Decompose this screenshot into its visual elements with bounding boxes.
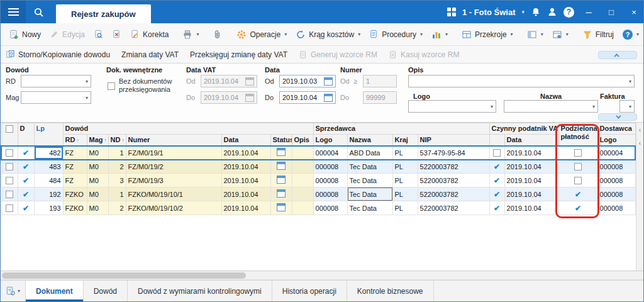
- close-button[interactable]: ×: [626, 1, 642, 23]
- col-header-kraj[interactable]: Kraj: [392, 135, 418, 146]
- cell-data[interactable]: 2019.10.04: [221, 174, 270, 187]
- cell-logo[interactable]: 000008: [313, 187, 347, 201]
- generate-rm-button[interactable]: Generuj wzorce RM: [299, 50, 377, 59]
- cell-data[interactable]: 2019.10.04: [221, 187, 270, 201]
- col-header-opis[interactable]: Opis: [292, 135, 313, 146]
- col-header-d[interactable]: D: [18, 123, 34, 146]
- storno-button[interactable]: Storno/Kopiowanie dowodu: [6, 50, 110, 59]
- cell-mag[interactable]: M0: [87, 174, 108, 187]
- cell-data[interactable]: 2019.10.04: [221, 146, 270, 160]
- cell-nd[interactable]: 1: [108, 187, 126, 201]
- cell-nip[interactable]: 5220003782: [418, 201, 489, 215]
- select-all-checkbox[interactable]: [6, 125, 13, 133]
- cell-nd[interactable]: 2: [108, 160, 126, 174]
- cell-dost-logo[interactable]: 000004: [597, 146, 635, 160]
- cell-select[interactable]: [1, 146, 18, 160]
- edit-button[interactable]: Edycja: [45, 27, 89, 42]
- cell-nazwa[interactable]: ABD Data: [347, 146, 392, 160]
- procedures-button[interactable]: Procedury ▾: [365, 27, 427, 42]
- user-account-icon[interactable]: [547, 7, 557, 17]
- cell-d[interactable]: ✔: [18, 160, 34, 174]
- cell-podzielona[interactable]: [558, 174, 597, 187]
- cell-rd[interactable]: FZ: [63, 160, 87, 174]
- maximize-button[interactable]: □: [603, 1, 619, 23]
- cell-status[interactable]: [270, 201, 292, 215]
- new-button[interactable]: Nowy: [4, 27, 45, 42]
- cell-nip[interactable]: 5220003782: [418, 187, 489, 201]
- row-checkbox[interactable]: [6, 177, 13, 184]
- cell-status[interactable]: [270, 187, 292, 201]
- greater-equal-icon[interactable]: ≥: [353, 77, 357, 85]
- cell-nd[interactable]: 3: [108, 174, 126, 187]
- cell-numer[interactable]: FZKO/M0/19/10/1: [126, 187, 221, 201]
- cell-vat[interactable]: ✔: [489, 160, 504, 174]
- cell-d[interactable]: ✔: [18, 174, 34, 187]
- col-header-data[interactable]: Data: [221, 135, 270, 146]
- calendar-icon[interactable]: [324, 94, 333, 102]
- cell-select[interactable]: [1, 201, 18, 215]
- collapse-toolbar-button[interactable]: [598, 51, 637, 59]
- company-selector-label[interactable]: 1 - Foto Świat: [462, 8, 516, 17]
- data-od-input[interactable]: 2019.10.03: [279, 75, 336, 87]
- remove-button[interactable]: [108, 27, 126, 42]
- cell-nip[interactable]: 5220003782: [418, 160, 489, 174]
- document-tab[interactable]: Rejestr zakupów: [56, 4, 151, 23]
- attachments-button[interactable]: [208, 27, 227, 42]
- cell-lp[interactable]: 483: [34, 160, 63, 174]
- row-checkbox[interactable]: [6, 149, 13, 157]
- operations-button[interactable]: Operacje ▾: [232, 27, 291, 42]
- correction-button[interactable]: Korekta: [126, 27, 173, 42]
- bottom-tab-historia-operacji[interactable]: Historia operacji: [272, 281, 347, 301]
- cell-d[interactable]: ✔: [18, 187, 34, 201]
- numer-do-input[interactable]: 99999: [363, 91, 397, 104]
- nazwa-select[interactable]: ▾: [504, 100, 598, 113]
- print-button[interactable]: ▾: [178, 27, 203, 42]
- col-header-nd[interactable]: ND↑: [108, 135, 126, 146]
- cell-status[interactable]: [270, 160, 292, 174]
- cell-opis[interactable]: [292, 146, 313, 160]
- cell-nip[interactable]: 537-479-95-84: [418, 146, 489, 160]
- cell-kraj[interactable]: PL: [392, 146, 418, 160]
- help-icon[interactable]: ?: [564, 7, 574, 18]
- col-header-numer[interactable]: Numer: [126, 135, 221, 146]
- repost-vat-date-button[interactable]: Przeksięguj zmianę daty VAT: [190, 50, 287, 59]
- podzielona-checkbox[interactable]: [574, 163, 582, 171]
- col-header-lp[interactable]: Lp: [34, 123, 63, 146]
- cell-logo[interactable]: 000008: [313, 160, 347, 174]
- cell-mag[interactable]: M0: [87, 201, 108, 215]
- calendar-icon[interactable]: [324, 77, 333, 86]
- cell-vat-data[interactable]: 2019.10.04: [504, 201, 558, 215]
- cell-lp[interactable]: 484: [34, 174, 63, 187]
- data-vat-do-input[interactable]: 2019.10.04: [201, 91, 257, 104]
- data-do-input[interactable]: 2019.10.04: [279, 91, 336, 104]
- col-header-mag[interactable]: Mag↑: [87, 135, 108, 146]
- grid-settings-button[interactable]: ▾: [548, 27, 573, 42]
- cell-select[interactable]: [1, 187, 18, 201]
- cell-podzielona[interactable]: ✔: [558, 187, 597, 201]
- cell-lp[interactable]: 192: [34, 187, 63, 201]
- cell-dost-logo[interactable]: 000008: [597, 160, 635, 174]
- cell-kraj[interactable]: PL: [392, 160, 418, 174]
- cell-vat[interactable]: ✔: [489, 174, 504, 187]
- col-header-rd[interactable]: RD↑: [63, 135, 87, 146]
- filter-button[interactable]: Filtruj: [578, 27, 618, 42]
- cell-rd[interactable]: FZKO: [63, 201, 87, 215]
- cell-rd[interactable]: FZ: [63, 146, 87, 160]
- table-row[interactable]: ✔482FZM01FZ/M0/19/12019.10.04000004ABD D…: [1, 146, 635, 160]
- logo-select[interactable]: ▾: [408, 100, 496, 113]
- table-row[interactable]: ✔192FZKOM01FZKO/M0/19/10/12019.10.040000…: [1, 187, 635, 201]
- hamburger-menu-button[interactable]: [1, 1, 26, 23]
- delete-rm-button[interactable]: Kasuj wzorce RM: [389, 50, 459, 59]
- col-header-logo[interactable]: Logo: [313, 135, 347, 146]
- cell-kraj[interactable]: PL: [392, 174, 418, 187]
- cell-numer[interactable]: FZKO/M0/19/10/2: [126, 201, 221, 215]
- cell-d[interactable]: ✔: [18, 146, 34, 160]
- cell-kraj[interactable]: PL: [392, 201, 418, 215]
- col-header-status[interactable]: Status: [270, 135, 292, 146]
- cell-vat-data[interactable]: 2019.10.04: [504, 146, 558, 160]
- cell-select[interactable]: [1, 174, 18, 187]
- faktura-select[interactable]: ▾: [619, 100, 635, 113]
- notifications-bell-icon[interactable]: [531, 7, 541, 17]
- bottom-tab-dow-d[interactable]: Dowód: [84, 281, 128, 301]
- cell-opis[interactable]: [292, 201, 313, 215]
